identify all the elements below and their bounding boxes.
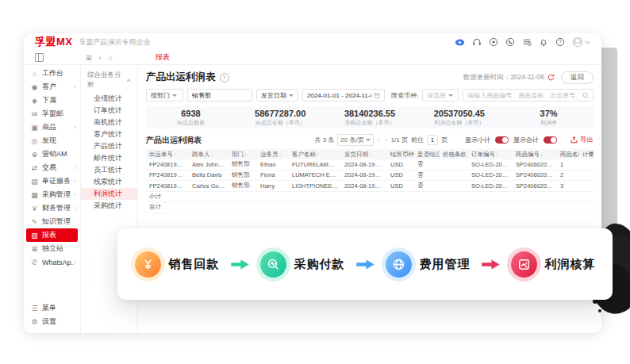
sort-icon[interactable]: ↕ [540,151,543,157]
page-size-dropdown[interactable]: 20 条/页 [337,134,373,146]
sort-icon[interactable]: ↕ [369,151,371,157]
reports-icon: ▥ [30,232,39,239]
sidebar-item-5[interactable]: ▣商品› [24,121,80,134]
total-row[interactable]: 合计 [146,202,594,213]
sidebar-item-3[interactable]: ◈下属 [24,94,80,107]
sidebar-item-label: 下属 [42,95,56,105]
table-row[interactable]: FP240819001Alex Johnson销售部EthanFUTURELAM… [146,159,594,170]
workflow-step-2: 采购付款 [260,251,345,278]
sort-icon[interactable]: ↕ [279,151,282,157]
column-header[interactable]: 部门↕ [229,149,257,159]
subnav-item-1[interactable]: 业绩统计 [81,93,137,105]
sidebar-item-14[interactable]: ⊞独立站 [24,242,80,255]
info-icon[interactable]: ? [220,73,229,82]
sidebar-item-13[interactable]: ▥报表 [26,228,78,242]
help-icon[interactable]: ? [555,37,565,47]
subnav-item-2[interactable]: 订单统计 [81,105,137,117]
sidebar-item-9[interactable]: ▤单证服务› [24,174,80,188]
currency-dropdown[interactable]: 请选择 [422,89,459,102]
total-toggle[interactable] [544,136,557,144]
sort-icon[interactable]: ↕ [174,151,176,157]
subnav-item-10[interactable]: 采购统计 [81,200,137,212]
task-list-icon[interactable] [522,37,532,47]
subnav-item-8[interactable]: 线索统计 [81,176,137,188]
back-arrow-icon[interactable]: ‹ [99,54,102,62]
column-header[interactable]: 业务员↕ [257,149,289,159]
sidebar-collapse[interactable] [24,53,81,62]
total-count: 共 3 条 [314,136,334,144]
subnav-item-6[interactable]: 邮件统计 [81,152,137,164]
sidebar-item-2[interactable]: ◉客户› [24,80,80,94]
headset-icon[interactable] [472,37,482,47]
subnav-item-5[interactable]: 产品统计 [81,140,137,152]
sidebar-item-1[interactable]: ⌂工作台 [24,67,80,80]
refresh-icon[interactable] [547,74,555,81]
bell-icon[interactable] [539,37,548,47]
table-cell [468,202,513,213]
column-header[interactable]: 价格条款↕ [440,149,468,159]
column-header[interactable]: 客户名称↕ [289,149,341,159]
table-cell: 2024-08-19T00:... [341,181,387,192]
prev-page-button[interactable]: ‹ [377,136,381,144]
search-input[interactable] [467,92,579,99]
home-icon[interactable]: ⌂ [109,54,113,62]
sort-icon[interactable]: ↕ [244,151,247,157]
sidebar-collapse-icon[interactable] [35,53,44,62]
table-cell: 3 [557,181,579,192]
data-update-time: 数据更新时间：2024-11-06 [463,73,544,82]
workflow-step-1: 销售回款 [135,251,220,278]
sidebar-item-8[interactable]: ⇄交易› [24,161,80,174]
column-header[interactable]: 跟单人↕ [189,149,229,159]
column-header[interactable]: 订单编号↕ [468,149,513,159]
sidebar-item-11[interactable]: ¥财务管理› [24,201,80,215]
column-header[interactable]: 计量单位↕ [579,149,594,159]
user-avatar[interactable] [572,36,590,48]
caret-down-icon [448,94,453,99]
sidebar-footer-item[interactable]: ☰菜单 [24,301,80,315]
export-button[interactable]: 导出 [570,136,594,145]
phone-icon[interactable] [505,37,515,47]
subtotal-row[interactable]: 小计 [146,191,594,202]
table-cell [557,191,579,202]
chevron-right-icon: › [74,124,76,131]
table-row[interactable]: FP240819001Carlos Gomez销售部HarryLIGHTPION… [146,181,594,192]
date-range-input[interactable] [307,92,371,99]
sort-icon[interactable]: ↕ [467,151,468,157]
subnav-item-7[interactable]: 员工统计 [81,164,137,176]
tab-reports[interactable]: 报表 [156,52,170,63]
column-header[interactable]: 结算币种↕ [387,149,414,159]
screen-share-icon[interactable] [455,38,465,47]
sort-icon[interactable]: ↕ [496,151,498,157]
column-header[interactable]: 是否结汇↕ [414,149,440,159]
column-header[interactable]: 商品名称↕ [557,149,579,159]
column-header[interactable]: 出运单号↕ [146,149,189,159]
record-icon[interactable] [489,37,498,47]
sidebar-item-12[interactable]: ✎知识管理 [24,215,80,228]
sidebar-item-7[interactable]: ⊕营销AM [24,148,80,161]
sidebar-item-10[interactable]: ▦采购管理› [24,188,80,201]
primary-sidebar: ⌂工作台◉客户›◈下属✉孚盟邮▣商品›◎发现⊕营销AM⇄交易›▤单证服务›▦采购… [24,65,81,333]
workflow-step-label: 采购付款 [294,257,345,272]
date-type-dropdown[interactable]: 发货日期 [256,89,298,102]
next-page-button[interactable]: › [384,136,388,144]
goto-page-input[interactable] [427,135,438,145]
column-header[interactable]: 商品编号↕ [513,149,557,159]
subsidebar-group[interactable]: 综合业务分析 [81,71,137,93]
sidebar-item-6[interactable]: ◎发现 [24,134,80,148]
table-row[interactable]: FP240819001Bella Davis销售部FionaLUMATECH E… [146,170,594,181]
subnav-item-9[interactable]: 利润统计 [81,188,137,200]
sort-icon[interactable]: ↕ [317,151,319,157]
sidebar-item-4[interactable]: ✉孚盟邮 [24,107,80,121]
subnav-item-3[interactable]: 商机统计 [81,117,137,128]
column-header[interactable]: 发货日期↕ [341,149,387,159]
knowledge-icon: ✎ [30,218,39,226]
sidebar-item-15[interactable]: ✆WhatsAp...› [24,255,80,269]
subtotal-toggle[interactable] [495,136,509,144]
sidebar-footer-item[interactable]: ⚙设置 [24,315,80,328]
back-button[interactable]: 返回 [561,71,594,84]
apps-grid-icon[interactable]: ⊞ [86,54,92,62]
dept-input[interactable] [192,92,248,99]
subnav-item-4[interactable]: 客户统计 [81,128,137,140]
dept-filter-dropdown[interactable]: 按部门 [146,89,183,102]
sort-icon[interactable]: ↕ [211,151,213,157]
